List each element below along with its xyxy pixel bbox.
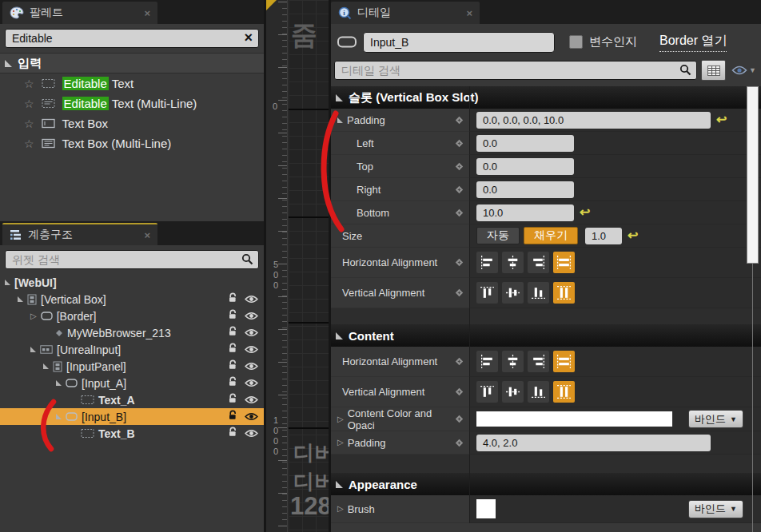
favorite-star-icon[interactable]: ☆ [24,137,34,150]
palette-category-input[interactable]: 입력 [0,53,264,73]
tree-row-mywebbrowser_213[interactable]: MyWebBrowser_213 [0,324,264,341]
reset-to-default-icon[interactable]: ↩ [716,113,727,126]
reset-to-default-icon[interactable]: ↩ [580,206,590,219]
details-scrollbar[interactable] [747,86,759,532]
halign-fill-button[interactable] [553,351,575,372]
view-options-button[interactable]: ▼ [730,66,758,75]
tree-row-input_b[interactable]: [Input_B] [0,408,264,425]
halign-fill-button[interactable] [553,252,575,273]
tree-row-text_b[interactable]: Text_B [0,425,264,442]
widget-name-input[interactable] [363,32,555,53]
expander-icon[interactable] [56,414,62,419]
valign-center-button[interactable] [502,282,524,304]
halign-right-button[interactable] [528,252,549,273]
right-value-field[interactable]: 0.0 [476,181,574,198]
favorite-star-icon[interactable]: ☆ [24,97,34,110]
top-value-field[interactable]: 0.0 [476,158,574,175]
halign-right-button[interactable] [528,351,549,372]
valign-fill-button[interactable] [553,282,575,304]
expander-icon[interactable]: ▷ [30,312,37,320]
content-padding-field[interactable]: 4.0, 2.0 [476,435,711,451]
expander-icon[interactable] [43,363,49,369]
bind-button[interactable]: 바인드▼ [688,500,743,518]
expander-icon[interactable] [5,60,12,67]
eye-icon[interactable] [245,293,258,306]
clear-search-icon[interactable]: × [244,30,253,46]
expander-icon[interactable] [336,481,343,488]
valign-top-button[interactable] [476,381,498,403]
bind-button[interactable]: 바인드▼ [688,410,743,428]
valign-center-button[interactable] [502,381,524,403]
tree-row-vertical box[interactable]: [Vertical Box] [0,291,264,308]
palette-tab[interactable]: 팔레트 × [2,2,157,24]
halign-left-button[interactable] [476,252,498,273]
content-section-header[interactable]: Content [331,324,761,347]
slot-section-header[interactable]: 슬롯 (Vertical Box Slot) [331,86,761,109]
size-value-field[interactable]: 1.0 [585,228,622,244]
expander-icon[interactable] [336,94,343,101]
valign-top-button[interactable] [476,282,498,304]
palette-item[interactable]: ☆Text Box (Multi-Line) [0,133,264,153]
eye-icon[interactable] [245,427,258,440]
favorite-star-icon[interactable]: ☆ [24,117,34,130]
eye-icon[interactable] [245,377,258,390]
property-matrix-button[interactable] [701,60,726,81]
scrollbar-thumb[interactable] [747,86,759,264]
details-tab[interactable]: i 디테일 × [331,2,480,24]
lock-icon[interactable] [228,410,238,423]
tree-row-input_a[interactable]: [Input_A] [0,375,264,391]
is-variable-checkbox[interactable] [569,35,583,49]
reset-to-default-icon[interactable]: ↩ [628,229,638,242]
expander-icon[interactable]: ▷ [337,505,344,513]
brush-swatch[interactable] [476,499,496,518]
tree-row-inputpanel[interactable]: [InputPanel] [0,358,264,375]
expander-icon[interactable] [18,296,23,302]
tree-row-border[interactable]: ▷[Border] [0,308,264,324]
color-swatch[interactable] [476,411,672,427]
close-icon[interactable]: × [123,229,150,241]
halign-left-button[interactable] [476,351,498,372]
tree-row-webui[interactable]: [WebUI] [0,274,264,291]
expander-icon[interactable] [336,332,343,339]
appearance-section-header[interactable]: Appearance [331,473,761,495]
valign-bottom-button[interactable] [528,381,549,403]
tree-row-text_a[interactable]: Text_A [0,391,264,408]
details-search-input[interactable] [334,61,697,80]
lock-icon[interactable] [228,427,238,440]
valign-fill-button[interactable] [553,381,575,403]
lock-icon[interactable] [228,376,238,390]
palette-item[interactable]: ☆Editable Text (Multi-Line) [0,93,264,113]
designer-viewport[interactable]: 0 500 1000 줌 디버 디버 128 [266,0,329,532]
palette-item[interactable]: ☆Editable Text [0,73,264,93]
bottom-value-field[interactable]: 10.0 [476,204,574,221]
padding-value-field[interactable]: 0.0, 0.0, 0.0, 10.0 [476,112,711,129]
size-fill-button[interactable]: 채우기 [524,227,578,244]
eye-icon[interactable] [245,343,258,356]
halign-center-button[interactable] [502,252,524,273]
expander-icon[interactable] [5,280,10,285]
lock-icon[interactable] [228,292,238,306]
palette-item[interactable]: ☆Text Box [0,113,264,133]
eye-icon[interactable] [245,394,258,407]
left-value-field[interactable]: 0.0 [476,135,574,152]
palette-search-input[interactable] [5,29,259,48]
favorite-star-icon[interactable]: ☆ [24,77,34,90]
expander-icon[interactable] [337,117,343,123]
halign-center-button[interactable] [502,351,524,372]
lock-icon[interactable] [228,359,238,373]
close-icon[interactable]: × [445,7,472,19]
open-border-link[interactable]: Border 열기 [659,33,727,52]
lock-icon[interactable] [228,309,238,323]
eye-icon[interactable] [245,310,258,323]
eye-icon[interactable] [245,327,258,339]
expander-icon[interactable] [56,380,62,386]
hierarchy-tab[interactable]: 계층구조 × [2,223,157,245]
lock-icon[interactable] [228,393,238,407]
tree-row-unrealinput[interactable]: [UnrealInput] [0,341,264,358]
size-auto-button[interactable]: 자동 [476,227,520,244]
lock-icon[interactable] [228,343,238,356]
expander-icon[interactable]: ▷ [337,415,344,423]
eye-icon[interactable] [245,360,258,373]
expander-icon[interactable] [30,347,36,352]
lock-icon[interactable] [228,326,238,339]
